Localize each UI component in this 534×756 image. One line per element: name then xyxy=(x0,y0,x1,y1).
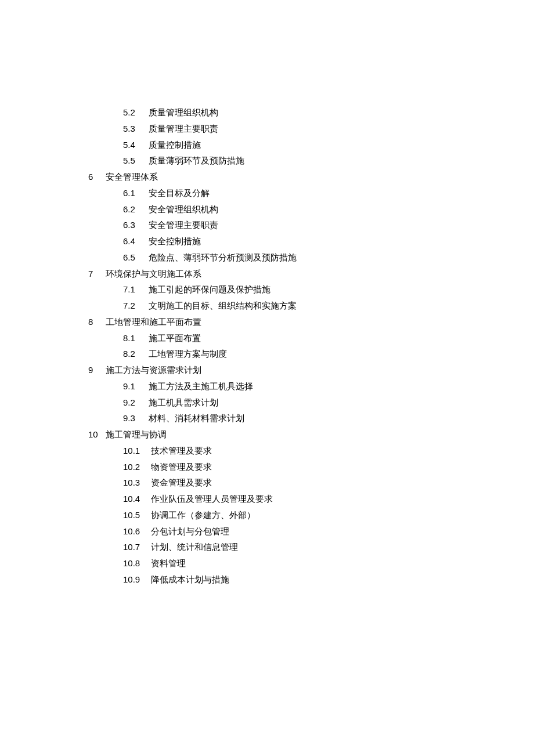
toc-section-title: 安全管理体系 xyxy=(106,169,158,185)
toc-sub-item: 9.2 施工机具需求计划 xyxy=(123,395,534,411)
toc-section-10: 10 施工管理与协调 xyxy=(88,426,534,443)
toc-sub-item: 10.8 资料管理 xyxy=(123,555,534,571)
toc-sub-number: 10.8 xyxy=(123,555,151,571)
toc-section-9-subs: 9.1 施工方法及主施工机具选择 9.2 施工机具需求计划 9.3 材料、消耗材… xyxy=(88,378,534,426)
toc-sub-item: 8.2 工地管理方案与制度 xyxy=(123,346,534,362)
toc-sub-item: 6.5 危险点、薄弱环节分析预测及预防措施 xyxy=(123,249,534,266)
toc-sub-title: 资金管理及要求 xyxy=(151,475,212,491)
toc-sub-number: 8.1 xyxy=(123,330,149,346)
toc-section-10-subs: 10.1 技术管理及要求 10.2 物资管理及要求 10.3 资金管理及要求 1… xyxy=(88,443,534,588)
toc-sub-item: 6.1 安全目标及分解 xyxy=(123,185,534,201)
toc-sub-title: 安全管理组织机构 xyxy=(149,201,218,218)
toc-sub-number: 10.7 xyxy=(123,539,151,555)
toc-sub-item: 6.4 安全控制措施 xyxy=(123,233,534,249)
toc-sub-number: 8.2 xyxy=(123,346,149,362)
table-of-contents: 5.2 质量管理组织机构 5.3 质量管理主要职责 5.4 质量控制措施 5.5… xyxy=(88,104,534,588)
toc-sub-number: 9.1 xyxy=(123,378,149,395)
toc-section-number: 10 xyxy=(88,426,106,443)
toc-section-7-subs: 7.1 施工引起的环保问题及保护措施 7.2 文明施工的目标、组织结构和实施方案 xyxy=(88,281,534,314)
toc-sub-number: 5.2 xyxy=(123,104,149,121)
toc-sub-number: 6.5 xyxy=(123,249,149,266)
toc-sub-title: 文明施工的目标、组织结构和实施方案 xyxy=(149,298,297,314)
toc-sub-number: 6.3 xyxy=(123,217,149,233)
toc-sub-title: 安全控制措施 xyxy=(149,233,201,249)
toc-section-8-subs: 8.1 施工平面布置 8.2 工地管理方案与制度 xyxy=(88,330,534,363)
toc-sub-item: 10.7 计划、统计和信息管理 xyxy=(123,539,534,555)
toc-sub-number: 5.4 xyxy=(123,137,149,153)
toc-sub-number: 5.5 xyxy=(123,153,149,169)
toc-sub-item: 7.1 施工引起的环保问题及保护措施 xyxy=(123,281,534,298)
toc-sub-item: 10.2 物资管理及要求 xyxy=(123,459,534,475)
toc-section-title: 环境保护与文明施工体系 xyxy=(106,266,201,282)
toc-sub-title: 降低成本计划与措施 xyxy=(151,571,229,588)
toc-section-number: 6 xyxy=(88,169,106,185)
toc-section-8: 8 工地管理和施工平面布置 xyxy=(88,314,534,330)
toc-sub-title: 资料管理 xyxy=(151,555,186,571)
toc-section-number: 9 xyxy=(88,362,106,378)
toc-sub-title: 施工引起的环保问题及保护措施 xyxy=(149,281,270,298)
toc-sub-title: 安全目标及分解 xyxy=(149,185,210,201)
toc-sub-item: 9.1 施工方法及主施工机具选择 xyxy=(123,378,534,395)
toc-sub-item: 5.5 质量薄弱环节及预防措施 xyxy=(123,153,534,169)
toc-sub-title: 施工机具需求计划 xyxy=(149,395,218,411)
toc-sub-item: 10.4 作业队伍及管理人员管理及要求 xyxy=(123,491,534,507)
toc-sub-item: 9.3 材料、消耗材料需求计划 xyxy=(123,410,534,426)
toc-section-title: 工地管理和施工平面布置 xyxy=(106,314,201,330)
toc-sub-number: 6.2 xyxy=(123,201,149,218)
toc-sub-title: 技术管理及要求 xyxy=(151,443,212,459)
toc-sub-number: 5.3 xyxy=(123,121,149,137)
toc-section-title: 施工方法与资源需求计划 xyxy=(106,362,201,378)
toc-sub-title: 材料、消耗材料需求计划 xyxy=(149,410,244,426)
toc-section-6: 6 安全管理体系 xyxy=(88,169,534,185)
toc-sub-title: 物资管理及要求 xyxy=(151,459,212,475)
toc-sub-number: 9.2 xyxy=(123,395,149,411)
toc-section-number: 8 xyxy=(88,314,106,330)
toc-sub-item: 6.2 安全管理组织机构 xyxy=(123,201,534,218)
toc-sub-item: 10.5 协调工作（参建方、外部） xyxy=(123,507,534,523)
toc-sub-number: 7.1 xyxy=(123,281,149,298)
toc-section-6-subs: 6.1 安全目标及分解 6.2 安全管理组织机构 6.3 安全管理主要职责 6.… xyxy=(88,185,534,266)
toc-sub-title: 施工平面布置 xyxy=(149,330,201,346)
toc-section-9: 9 施工方法与资源需求计划 xyxy=(88,362,534,378)
toc-section-title: 施工管理与协调 xyxy=(106,426,167,443)
toc-section-number: 7 xyxy=(88,266,106,282)
toc-sub-title: 施工方法及主施工机具选择 xyxy=(149,378,253,395)
toc-sub-title: 质量管理主要职责 xyxy=(149,121,218,137)
toc-sub-number: 6.1 xyxy=(123,185,149,201)
toc-sub-number: 10.6 xyxy=(123,523,151,540)
toc-sub-number: 10.5 xyxy=(123,507,151,523)
toc-sub-title: 作业队伍及管理人员管理及要求 xyxy=(151,491,273,507)
toc-sub-number: 10.1 xyxy=(123,443,151,459)
toc-sub-item: 10.6 分包计划与分包管理 xyxy=(123,523,534,540)
toc-section-7: 7 环境保护与文明施工体系 xyxy=(88,266,534,282)
toc-sub-item: 8.1 施工平面布置 xyxy=(123,330,534,346)
toc-sub-item: 7.2 文明施工的目标、组织结构和实施方案 xyxy=(123,298,534,314)
toc-sub-item: 5.3 质量管理主要职责 xyxy=(123,121,534,137)
toc-sub-number: 10.3 xyxy=(123,475,151,491)
toc-sub-item: 5.2 质量管理组织机构 xyxy=(123,104,534,121)
toc-sub-title: 质量管理组织机构 xyxy=(149,104,218,121)
toc-sub-title: 质量薄弱环节及预防措施 xyxy=(149,153,244,169)
toc-sub-number: 10.9 xyxy=(123,571,151,588)
toc-sub-number: 10.4 xyxy=(123,491,151,507)
toc-sub-item: 10.3 资金管理及要求 xyxy=(123,475,534,491)
toc-sub-title: 安全管理主要职责 xyxy=(149,217,218,233)
toc-sub-item: 10.1 技术管理及要求 xyxy=(123,443,534,459)
toc-sub-number: 6.4 xyxy=(123,233,149,249)
toc-section-5-subs: 5.2 质量管理组织机构 5.3 质量管理主要职责 5.4 质量控制措施 5.5… xyxy=(88,104,534,169)
toc-sub-title: 工地管理方案与制度 xyxy=(149,346,227,362)
toc-sub-title: 危险点、薄弱环节分析预测及预防措施 xyxy=(149,249,297,266)
toc-sub-number: 7.2 xyxy=(123,298,149,314)
toc-sub-item: 10.9 降低成本计划与措施 xyxy=(123,571,534,588)
toc-sub-title: 协调工作（参建方、外部） xyxy=(151,507,255,523)
toc-sub-title: 分包计划与分包管理 xyxy=(151,523,229,540)
toc-sub-title: 计划、统计和信息管理 xyxy=(151,539,238,555)
toc-sub-number: 9.3 xyxy=(123,410,149,426)
toc-sub-item: 6.3 安全管理主要职责 xyxy=(123,217,534,233)
toc-sub-number: 10.2 xyxy=(123,459,151,475)
toc-sub-item: 5.4 质量控制措施 xyxy=(123,137,534,153)
toc-sub-title: 质量控制措施 xyxy=(149,137,201,153)
